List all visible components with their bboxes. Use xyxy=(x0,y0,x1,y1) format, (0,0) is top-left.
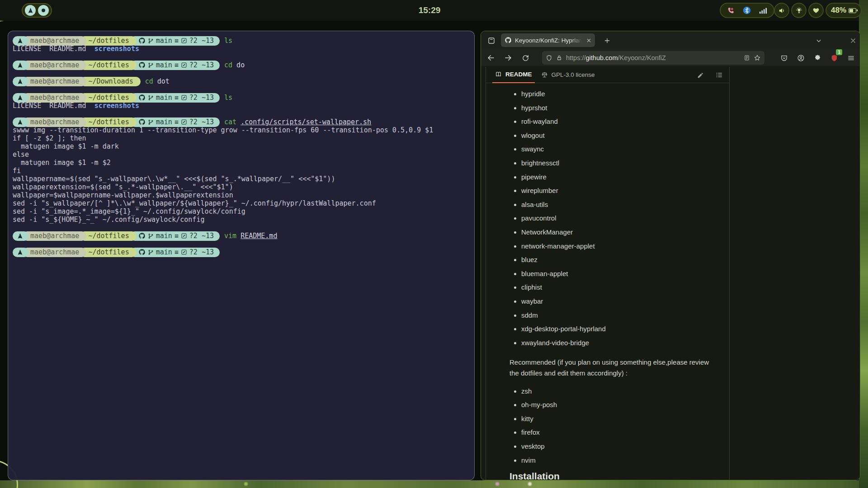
list-all-tabs-icon[interactable] xyxy=(813,35,825,47)
prompt-path-segment: ~/dotfiles xyxy=(80,248,136,257)
workspace-dot-icon[interactable] xyxy=(38,5,49,16)
edit-pencil-icon[interactable] xyxy=(697,72,704,79)
package-item: hypridle xyxy=(521,89,711,98)
package-item: blueman-applet xyxy=(521,269,711,278)
back-button[interactable] xyxy=(485,52,497,64)
package-item: bluez xyxy=(521,255,711,264)
url-bar[interactable]: https://github.com/Keyoonz/KonfiZ xyxy=(542,51,764,65)
prompt-user-segment: maeb@archmae xyxy=(23,93,86,103)
page-content: README GPL-3.0 license xyxy=(481,67,860,480)
terminal-line xyxy=(13,69,470,77)
git-branch-icon xyxy=(148,62,154,69)
account-icon[interactable] xyxy=(794,52,807,64)
arch-logo-icon[interactable] xyxy=(25,5,36,16)
github-icon xyxy=(138,94,146,101)
terminal-line: wallpaperextension=$(sed "s_.*-wallpaper… xyxy=(13,183,470,191)
network-signal-tray-icon[interactable] xyxy=(759,7,767,14)
package-item: waybar xyxy=(521,297,711,305)
modified-icon xyxy=(181,249,187,255)
workspace-switcher xyxy=(22,3,52,18)
pocket-icon[interactable] xyxy=(778,52,790,64)
prompt-os-segment xyxy=(13,61,29,70)
tab-readme[interactable]: README xyxy=(492,67,535,83)
recommended-list: zshoh-my-poshkittyfirefoxvesktopnvim xyxy=(509,387,711,465)
arch-icon xyxy=(17,233,24,239)
package-item: NetworkManager xyxy=(521,228,711,236)
shell-prompt: maeb@archmae~/dotfilesmain≡?2 ~13 xyxy=(13,231,220,241)
tab-close-icon[interactable] xyxy=(586,38,591,43)
favorites-button[interactable] xyxy=(808,3,824,18)
bluetooth-tray-icon[interactable] xyxy=(743,6,751,14)
book-icon xyxy=(495,71,502,78)
tracking-shield-icon[interactable] xyxy=(546,55,552,61)
modified-icon xyxy=(181,233,187,239)
prompt-user-segment: maeb@archmae xyxy=(23,77,86,86)
recommended-item: vesktop xyxy=(521,442,711,450)
prompt-git-segment: main≡?2 ~13 xyxy=(130,36,220,46)
package-item: network-manager-applet xyxy=(521,242,711,250)
git-branch-icon xyxy=(148,233,154,239)
prompt-os-segment xyxy=(13,93,29,103)
package-item: wireplumber xyxy=(521,186,711,195)
prompt-path-segment: ~/Downloads xyxy=(80,77,140,86)
lock-icon[interactable] xyxy=(556,55,562,61)
reload-button[interactable] xyxy=(519,52,532,64)
terminal-line: swww img --transition-duration 1 --trans… xyxy=(13,126,470,134)
bookmark-star-icon[interactable] xyxy=(754,54,761,61)
terminal-line: maeb@archmae~/dotfilesmain≡?2 ~13ls xyxy=(13,94,470,102)
modified-icon xyxy=(181,119,187,125)
terminal-line: maeb@archmae~/dotfilesmain≡?2 ~13ls xyxy=(13,37,470,45)
recommended-item: oh-my-posh xyxy=(521,400,711,409)
system-tray xyxy=(720,3,774,18)
phone-tray-icon[interactable] xyxy=(727,7,735,14)
navigation-bar: https://github.com/Keyoonz/KonfiZ 1 xyxy=(481,49,860,66)
terminal-line xyxy=(13,85,470,94)
prompt-os-segment xyxy=(13,248,29,257)
volume-button[interactable] xyxy=(774,3,789,18)
window-close-icon[interactable] xyxy=(847,35,859,47)
reader-mode-icon[interactable] xyxy=(744,55,750,61)
wallpaper-right-strip xyxy=(859,0,868,488)
arch-icon xyxy=(17,94,24,101)
github-icon xyxy=(138,118,146,126)
github-icon xyxy=(138,61,146,69)
recommended-item: firefox xyxy=(521,428,711,436)
terminal-window[interactable]: maeb@archmae~/dotfilesmain≡?2 ~13lsLICEN… xyxy=(8,31,475,480)
terminal-line: LICENSE README.md screenshots xyxy=(13,102,470,110)
prompt-user-segment: maeb@archmae xyxy=(23,248,86,257)
brightness-button[interactable] xyxy=(791,3,807,18)
prompt-os-segment xyxy=(13,231,29,241)
github-icon xyxy=(138,37,146,44)
forward-button[interactable] xyxy=(502,52,514,64)
terminal-line: matugen image $1 -m $2 xyxy=(13,159,470,167)
recommended-item: nvim xyxy=(521,456,711,465)
terminal-line: fi xyxy=(13,167,470,175)
extensions-puzzle-icon[interactable] xyxy=(811,52,824,64)
new-tab-button[interactable] xyxy=(601,35,613,47)
battery-percent: 48% xyxy=(831,6,846,15)
recommended-item: kitty xyxy=(521,414,711,423)
license-tab-label: GPL-3.0 license xyxy=(552,71,595,78)
next-section-heading: Installation xyxy=(509,471,711,480)
terminal-line: matugen image $1 -m dark xyxy=(13,142,470,150)
prompt-git-segment: main≡?2 ~13 xyxy=(130,93,220,103)
terminal-line: sed -i "s_image=.*_image=${1}_" ~/.confi… xyxy=(13,207,470,216)
package-item: pavucontrol xyxy=(521,214,711,222)
browser-tab[interactable]: Keyoonz/KonfiZ: Hyprland xyxy=(501,33,595,47)
prompt-user-segment: maeb@archmae xyxy=(23,117,86,127)
menu-hamburger-icon[interactable] xyxy=(844,52,857,64)
readme-tab-label: README xyxy=(505,71,532,78)
terminal-line xyxy=(13,110,470,118)
scales-icon xyxy=(541,71,548,78)
modified-icon xyxy=(181,62,187,68)
firefox-view-icon[interactable] xyxy=(486,35,497,47)
terminal-line xyxy=(13,53,470,61)
status-bar: 15:29 48% xyxy=(0,0,859,21)
ublock-shield-icon[interactable]: 1 xyxy=(828,52,840,64)
battery-widget[interactable]: 48% xyxy=(826,3,862,18)
tab-license[interactable]: GPL-3.0 license xyxy=(538,67,598,83)
outline-list-icon[interactable] xyxy=(716,71,723,79)
terminal-line: wallpapername=$(sed "s_-wallpaper\.\w*__… xyxy=(13,175,470,183)
prompt-git-segment: main≡?2 ~13 xyxy=(130,231,220,241)
package-item: sddm xyxy=(521,311,711,319)
